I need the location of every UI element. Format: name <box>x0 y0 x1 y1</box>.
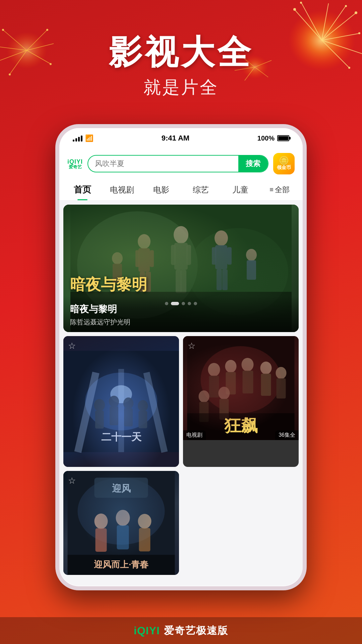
svg-point-60 <box>85 373 158 431</box>
brand-text: 爱奇艺极速版 <box>164 624 228 638</box>
svg-rect-89 <box>220 399 229 420</box>
svg-rect-53 <box>222 269 228 290</box>
star-yingfeng[interactable]: ☆ <box>68 476 76 486</box>
svg-point-69 <box>123 397 133 409</box>
bar3 <box>78 137 80 142</box>
svg-rect-41 <box>180 270 186 293</box>
tab-all[interactable]: ≡ 全部 <box>260 179 299 200</box>
svg-point-80 <box>242 358 254 371</box>
svg-point-56 <box>246 249 257 261</box>
svg-rect-101 <box>139 528 150 551</box>
svg-rect-85 <box>277 378 286 398</box>
featured-overlay: 暗夜与黎明 陈哲远聂远守护光明 <box>63 296 299 332</box>
poster-21days: 二十一天 ☆ <box>63 336 179 467</box>
svg-rect-57 <box>247 260 256 280</box>
clock: 9:41 AM <box>162 134 190 143</box>
signal-area: 📶 <box>73 134 94 142</box>
svg-point-64 <box>110 385 132 403</box>
coin-button[interactable]: 🪙 领金币 <box>273 153 295 174</box>
svg-text:二十一天: 二十一天 <box>101 431 142 442</box>
svg-point-42 <box>138 234 150 249</box>
svg-rect-83 <box>261 374 271 396</box>
featured-card-title: 暗夜与黎明 <box>70 303 292 316</box>
svg-line-61 <box>78 373 96 452</box>
tab-home[interactable]: 首页 <box>63 179 102 200</box>
svg-rect-51 <box>227 247 232 265</box>
featured-title-overlay: 暗夜与黎明 <box>70 274 147 295</box>
tab-kids[interactable]: 儿童 <box>221 179 260 200</box>
svg-rect-87 <box>199 402 209 422</box>
svg-point-67 <box>109 396 119 408</box>
svg-rect-81 <box>243 371 253 393</box>
phone-mockup: 📶 9:41 AM 100% iQIYI 爱奇艺 搜索 🪙 领金币 <box>55 124 307 590</box>
svg-rect-99 <box>117 525 129 549</box>
tv-tag: 电视剧 <box>183 430 206 440</box>
coin-icon: 🪙 <box>279 157 289 165</box>
ep-badge: 36集全 <box>275 430 299 440</box>
content-area: 暗夜与黎明 暗夜与黎明 陈哲远聂远守护光明 <box>59 201 303 579</box>
poster-yingfeng: 迎风 迎风而上·青春 ☆ <box>63 471 179 575</box>
svg-rect-38 <box>171 245 176 265</box>
logo[interactable]: iQIYI 爱奇艺 <box>67 159 83 169</box>
svg-point-84 <box>276 367 287 379</box>
svg-rect-102 <box>68 555 175 575</box>
tab-variety[interactable]: 综艺 <box>181 179 221 200</box>
card-yingfeng[interactable]: 迎风 迎风而上·青春 ☆ <box>63 471 179 575</box>
svg-rect-40 <box>176 270 182 293</box>
svg-rect-44 <box>135 250 139 267</box>
promo-subtitle: 就是片全 <box>0 76 362 99</box>
status-bar: 📶 9:41 AM 100% <box>59 128 303 148</box>
brand-logo: iQIYI <box>134 625 160 637</box>
svg-point-88 <box>219 387 230 399</box>
svg-point-98 <box>116 510 130 526</box>
star-kuangbiao[interactable]: ☆ <box>188 341 195 351</box>
battery-area: 100% <box>257 135 289 142</box>
svg-rect-45 <box>150 250 154 267</box>
svg-rect-70 <box>124 408 133 426</box>
card-kuangbiao[interactable]: 狂飙 ☆ 电视剧 36集全 <box>183 336 299 467</box>
svg-point-100 <box>138 514 152 529</box>
svg-rect-52 <box>217 269 222 290</box>
tab-tv[interactable]: 电视剧 <box>102 179 142 200</box>
poster-yingfeng-svg: 迎风 迎风而上·青春 <box>63 471 179 575</box>
svg-point-54 <box>112 252 123 264</box>
svg-text:迎风而上·青春: 迎风而上·青春 <box>94 559 149 570</box>
nav-tabs: 首页 电视剧 电影 综艺 儿童 ≡ 全部 <box>59 179 303 201</box>
bar1 <box>73 140 74 142</box>
svg-rect-50 <box>212 247 216 265</box>
bottom-brand: iQIYI 爱奇艺极速版 <box>0 617 362 644</box>
svg-point-48 <box>215 230 228 246</box>
svg-text:迎风: 迎风 <box>112 483 131 494</box>
star-21days[interactable]: ☆ <box>68 341 76 351</box>
card-21days[interactable]: 二十一天 ☆ 二十一天 13人天坑极限求生 ⋯ <box>63 336 179 467</box>
svg-rect-49 <box>215 245 227 269</box>
poster-kuangbiao: 狂飙 ☆ 电视剧 36集全 <box>183 336 299 440</box>
svg-point-82 <box>260 362 272 374</box>
svg-point-86 <box>199 390 209 402</box>
battery-fill <box>278 136 288 140</box>
svg-point-93 <box>78 478 165 545</box>
svg-point-71 <box>138 400 148 412</box>
search-input[interactable] <box>88 159 238 168</box>
promo-title: 影视大全 <box>0 34 362 70</box>
battery-percent: 100% <box>257 135 275 142</box>
search-bar[interactable]: 搜索 <box>87 155 268 172</box>
svg-point-36 <box>174 226 188 244</box>
tab-movie[interactable]: 电影 <box>141 179 181 200</box>
svg-text:狂飙: 狂飙 <box>224 416 258 435</box>
svg-rect-43 <box>138 248 150 272</box>
bar4 <box>81 136 82 142</box>
svg-point-78 <box>225 360 237 373</box>
phone-frame: 📶 9:41 AM 100% iQIYI 爱奇艺 搜索 🪙 领金币 <box>55 124 307 590</box>
bar2 <box>75 138 77 142</box>
featured-card[interactable]: 暗夜与黎明 暗夜与黎明 陈哲远聂远守护光明 <box>63 205 299 332</box>
svg-point-65 <box>94 399 105 411</box>
signal-bars <box>73 135 82 142</box>
app-header: iQIYI 爱奇艺 搜索 🪙 领金币 <box>59 148 303 179</box>
svg-rect-97 <box>96 528 107 552</box>
svg-point-75 <box>201 346 281 413</box>
battery-icon <box>277 135 289 141</box>
featured-image: 暗夜与黎明 暗夜与黎明 陈哲远聂远守护光明 <box>63 205 299 332</box>
svg-rect-37 <box>174 243 188 270</box>
search-button[interactable]: 搜索 <box>238 156 268 172</box>
